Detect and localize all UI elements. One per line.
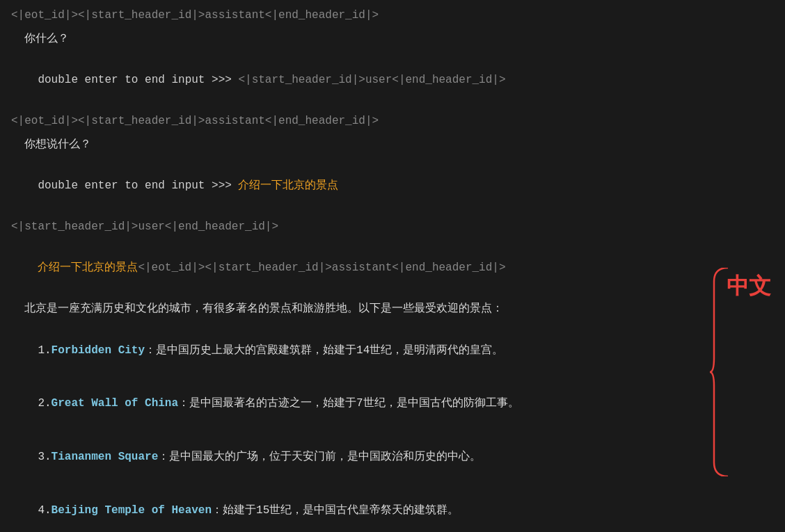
line-header-2: <|eot_id|><|start_header_id|>assistant<|…: [11, 113, 774, 131]
terminal: <|eot_id|><|start_header_id|>assistant<|…: [0, 0, 785, 532]
item-num-3: 3.: [38, 451, 51, 463]
item-label-3: Tiananmen Square: [51, 451, 159, 463]
item-rest-3: ：是中国最大的广场，位于天安门前，是中国政治和历史的中心。: [158, 451, 481, 463]
line-prompt-2: double enter to end input >>> 介绍一下北京的景点: [11, 159, 774, 213]
mixed-header: <|eot_id|><|start_header_id|>assistant<|…: [138, 261, 505, 274]
user-header-1: <|start_header_id|>user<|end_header_id|>: [238, 74, 505, 86]
chinese-annotation: 中文: [727, 271, 771, 302]
spacer-6: [11, 213, 774, 218]
list-item-2: 2.Great Wall of China：是中国最著名的古迹之一，始建于7世纪…: [11, 378, 774, 431]
line-chinese-2: 你想说什么？: [11, 136, 774, 154]
item-rest-4: ：始建于15世纪，是中国古代皇帝祭天的建筑群。: [212, 504, 459, 517]
item-num-4: 4.: [38, 504, 51, 517]
line-user-header: <|start_header_id|>user<|end_header_id|>: [11, 218, 774, 236]
prompt-prefix-2: double enter to end input >>>: [38, 179, 238, 192]
line-mixed: 介绍一下北京的景点<|eot_id|><|start_header_id|>as…: [11, 242, 774, 296]
list-item-4: 4.Beijing Temple of Heaven：始建于15世纪，是中国古代…: [11, 484, 774, 532]
spacer-1: [11, 25, 774, 31]
item-num-1: 1.: [38, 344, 51, 357]
mixed-chinese: 介绍一下北京的景点: [38, 261, 138, 274]
item-rest-2: ：是中国最著名的古迹之一，始建于7世纪，是中国古代的防御工事。: [178, 397, 519, 410]
spacer-3: [11, 107, 774, 113]
item-label-1: Forbidden City: [51, 344, 145, 357]
list-item-3: 3.Tiananmen Square：是中国最大的广场，位于天安门前，是中国政治…: [11, 430, 774, 484]
spacer-7: [11, 236, 774, 242]
spacer-8: [11, 295, 774, 300]
list-item-1: 1.Forbidden City：是中国历史上最大的宫殿建筑群，始建于14世纪，…: [11, 324, 774, 378]
line-header-1: <|eot_id|><|start_header_id|>assistant<|…: [11, 7, 774, 25]
item-rest-1: ：是中国历史上最大的宫殿建筑群，始建于14世纪，是明清两代的皇宫。: [145, 344, 503, 357]
spacer-2: [11, 48, 774, 54]
spacer-5: [11, 154, 774, 159]
line-intro: 北京是一座充满历史和文化的城市，有很多著名的景点和旅游胜地。以下是一些最受欢迎的…: [11, 300, 774, 319]
item-num-2: 2.: [38, 397, 51, 410]
prompt-prefix-1: double enter to end input >>>: [38, 74, 238, 86]
user-input-text: 介绍一下北京的景点: [238, 179, 338, 192]
line-prompt-1: double enter to end input >>> <|start_he…: [11, 54, 774, 107]
spacer-4: [11, 131, 774, 136]
item-label-2: Great Wall of China: [51, 397, 178, 410]
item-label-4: Beijing Temple of Heaven: [51, 504, 212, 517]
line-chinese-1: 你什么？: [11, 31, 774, 49]
spacer-9: [11, 319, 774, 324]
